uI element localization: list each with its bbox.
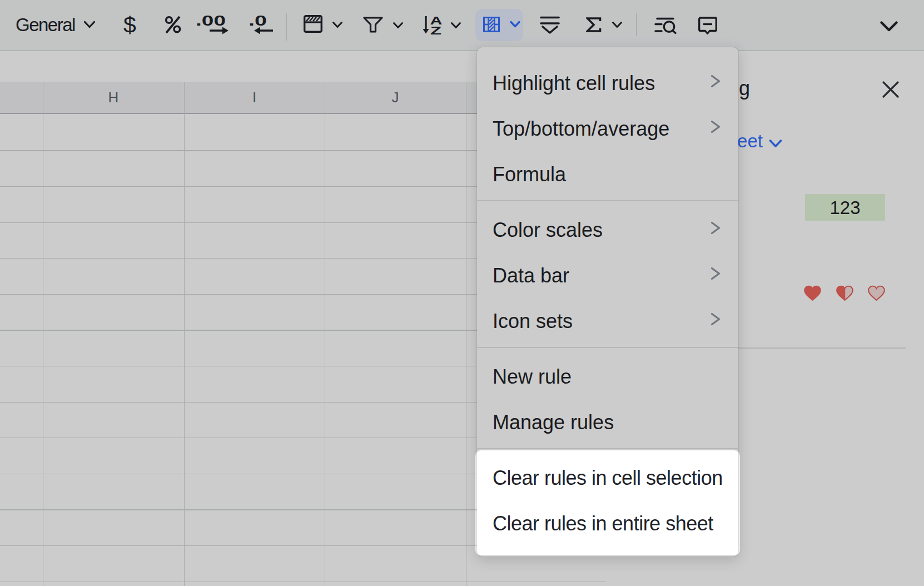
svg-text:.00: .00: [196, 13, 226, 27]
svg-text:.0: .0: [249, 13, 267, 27]
svg-text:Z: Z: [430, 24, 441, 36]
